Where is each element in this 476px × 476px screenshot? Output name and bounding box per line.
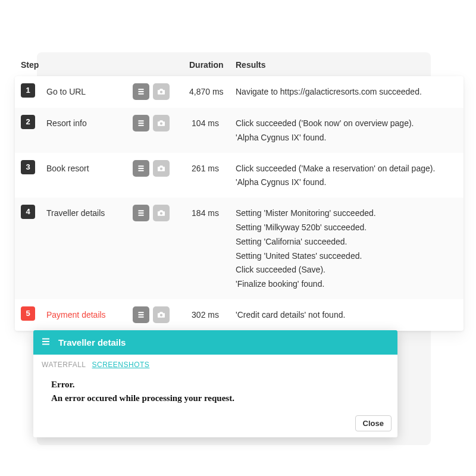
header-step: Step	[21, 60, 46, 70]
step-results: Navigate to https://galacticresorts.com …	[225, 83, 458, 100]
camera-icon[interactable]	[153, 160, 170, 177]
svg-rect-4	[138, 120, 143, 121]
step-duration: 104 ms	[189, 115, 225, 145]
result-line: Setting 'Milkyway 520b' succeeded.	[236, 221, 458, 235]
header-results: Results	[225, 60, 458, 70]
svg-rect-1	[138, 91, 143, 92]
step-badge: 3	[21, 160, 35, 174]
log-icon[interactable]	[133, 205, 149, 221]
table-row: 1Go to URL4,870 msNavigate to https://ga…	[15, 76, 464, 108]
svg-rect-5	[138, 123, 143, 124]
step-name: Traveller details	[46, 205, 133, 292]
table-row: 4Traveller details184 msSetting 'Mister …	[15, 198, 464, 299]
header-duration: Duration	[189, 60, 225, 70]
popup-tabs: WATERFALL SCREENSHOTS	[33, 355, 397, 374]
popup-header: Traveller details	[33, 330, 397, 355]
tab-waterfall[interactable]: WATERFALL	[42, 361, 86, 369]
table-row: 5Payment details302 ms'Credit card detai…	[15, 299, 464, 331]
svg-rect-10	[138, 170, 143, 171]
camera-icon[interactable]	[153, 306, 170, 323]
result-line: Click succeeded (Save).	[236, 263, 458, 277]
log-icon[interactable]	[133, 83, 149, 100]
svg-point-11	[160, 167, 162, 170]
close-button[interactable]: Close	[355, 415, 392, 431]
svg-rect-6	[138, 125, 143, 126]
log-icon[interactable]	[133, 306, 149, 323]
step-badge: 1	[21, 83, 35, 98]
step-results: Click succeeded ('Book now' on overview …	[225, 115, 458, 145]
svg-rect-18	[138, 317, 143, 318]
table-row: 2Resort info104 msClick succeeded ('Book…	[15, 108, 464, 153]
camera-icon[interactable]	[153, 115, 170, 131]
step-results: Click succeeded ('Make a reservation' on…	[225, 160, 458, 190]
error-message: An error occured while processing your r…	[51, 393, 380, 403]
svg-rect-9	[138, 168, 143, 169]
svg-rect-2	[138, 93, 143, 95]
camera-icon[interactable]	[153, 83, 170, 100]
result-line: Setting 'California' succeeded.	[236, 235, 458, 249]
tab-screenshots[interactable]: SCREENSHOTS	[92, 361, 150, 369]
svg-rect-16	[138, 312, 143, 313]
step-duration: 302 ms	[189, 306, 225, 323]
step-detail-popup: Traveller details WATERFALL SCREENSHOTS …	[33, 330, 397, 437]
result-line: 'Alpha Cygnus IX' found.	[236, 131, 458, 145]
svg-rect-0	[138, 89, 143, 90]
step-results: 'Credit card details' not found.	[225, 306, 458, 323]
svg-point-7	[160, 123, 162, 125]
step-duration: 184 ms	[189, 205, 225, 292]
step-results: Setting 'Mister Monitoring' succeeded.Se…	[225, 205, 458, 292]
menu-icon	[40, 336, 51, 349]
step-badge: 4	[21, 205, 35, 219]
result-line: Setting 'Mister Monitoring' succeeded.	[236, 206, 458, 221]
result-line: 'Credit card details' not found.	[236, 308, 458, 322]
step-name: Go to URL	[46, 83, 133, 100]
result-line: 'Finalize booking' found.	[236, 277, 458, 292]
svg-rect-12	[138, 211, 143, 212]
svg-rect-8	[138, 165, 143, 167]
svg-rect-14	[138, 215, 143, 216]
steps-table: 1Go to URL4,870 msNavigate to https://ga…	[15, 76, 464, 331]
step-name: Book resort	[46, 160, 133, 190]
svg-point-3	[160, 91, 162, 93]
svg-point-15	[160, 212, 162, 215]
popup-body: Error. An error occured while processing…	[33, 374, 397, 411]
table-row: 3Book resort261 msClick succeeded ('Make…	[15, 153, 464, 198]
error-title: Error.	[51, 380, 380, 390]
svg-rect-13	[138, 212, 143, 214]
step-badge: 2	[21, 115, 35, 129]
result-line: 'Alpha Cygnus IX' found.	[236, 176, 458, 190]
step-duration: 261 ms	[189, 160, 225, 190]
result-line: Setting 'United States' succeeded.	[236, 249, 458, 264]
popup-footer: Close	[33, 411, 397, 437]
log-icon[interactable]	[133, 160, 149, 177]
step-duration: 4,870 ms	[189, 83, 225, 100]
table-headers: Step Duration Results	[15, 60, 464, 70]
step-name: Resort info	[46, 115, 133, 145]
svg-point-19	[160, 314, 162, 317]
step-badge: 5	[21, 306, 35, 321]
result-line: Click succeeded ('Book now' on overview …	[236, 117, 458, 131]
step-name: Payment details	[46, 306, 133, 323]
result-line: Click succeeded ('Make a reservation' on…	[236, 162, 458, 176]
log-icon[interactable]	[133, 115, 149, 131]
camera-icon[interactable]	[153, 205, 170, 221]
popup-title: Traveller details	[58, 337, 126, 347]
result-line: Navigate to https://galacticresorts.com …	[236, 85, 458, 99]
svg-rect-17	[138, 314, 143, 315]
